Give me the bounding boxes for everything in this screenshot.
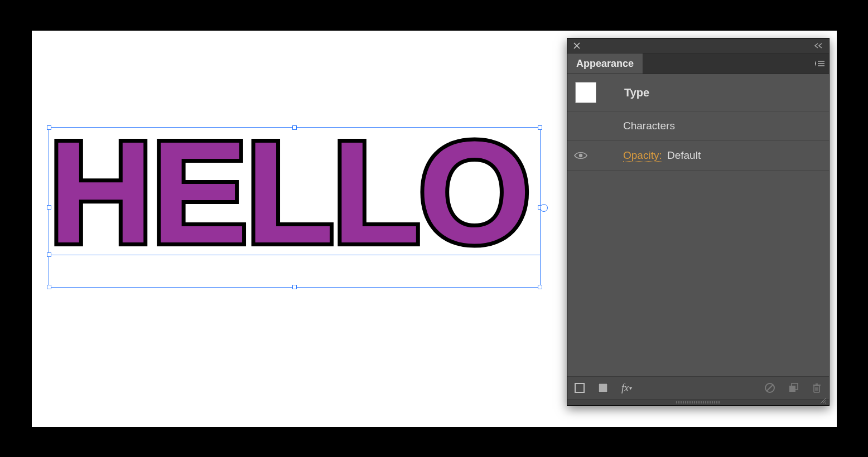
resize-handle-top-right[interactable]: [538, 125, 542, 130]
resize-handle-bottom-right[interactable]: [538, 285, 542, 289]
app-window: HELLO Ap: [30, 28, 839, 429]
text-outport-icon[interactable]: [540, 204, 548, 212]
panel-titlebar[interactable]: [567, 38, 829, 54]
type-row-label: Type: [607, 86, 649, 99]
panel-menu-icon[interactable]: [810, 54, 829, 74]
svg-rect-5: [599, 383, 607, 392]
canvas-text-object[interactable]: HELLO: [49, 120, 529, 265]
opacity-value: Default: [667, 149, 701, 161]
collapse-panel-icon[interactable]: [814, 41, 824, 50]
svg-rect-9: [789, 386, 795, 392]
fill-swatch[interactable]: [575, 82, 596, 103]
artboard[interactable]: HELLO Ap: [32, 31, 837, 427]
opacity-label: Opacity: Default: [623, 149, 701, 162]
resize-handle-bottom-left[interactable]: [47, 285, 51, 289]
panel-footer: fx▾: [567, 376, 829, 399]
opacity-link[interactable]: Opacity:: [623, 149, 662, 162]
opacity-row[interactable]: Opacity: Default: [567, 141, 829, 171]
characters-row[interactable]: Characters: [567, 111, 829, 141]
panel-resize-grip-icon[interactable]: [819, 395, 827, 403]
resize-handle-bottom-mid[interactable]: [292, 285, 297, 289]
panel-body: Type Characters Opacity: Default: [567, 74, 829, 376]
svg-line-19: [825, 402, 826, 403]
appearance-panel[interactable]: Appearance Type Characters: [567, 38, 830, 406]
panel-drag-handle[interactable]: [567, 399, 829, 405]
svg-point-3: [579, 154, 582, 157]
tab-appearance[interactable]: Appearance: [567, 54, 643, 74]
close-icon[interactable]: [572, 41, 582, 51]
new-stroke-icon[interactable]: [573, 381, 586, 395]
type-row[interactable]: Type: [567, 74, 829, 111]
panel-tab-row: Appearance: [567, 54, 829, 74]
duplicate-item-icon: [787, 381, 800, 395]
visibility-eye-icon[interactable]: [573, 148, 589, 163]
resize-handle-mid-right[interactable]: [538, 205, 542, 210]
new-fill-icon[interactable]: [596, 381, 610, 395]
add-effect-icon[interactable]: fx▾: [620, 381, 633, 395]
svg-line-8: [767, 385, 773, 391]
svg-rect-4: [575, 383, 584, 392]
clear-appearance-icon: [763, 381, 777, 395]
delete-trash-icon: [810, 381, 823, 395]
